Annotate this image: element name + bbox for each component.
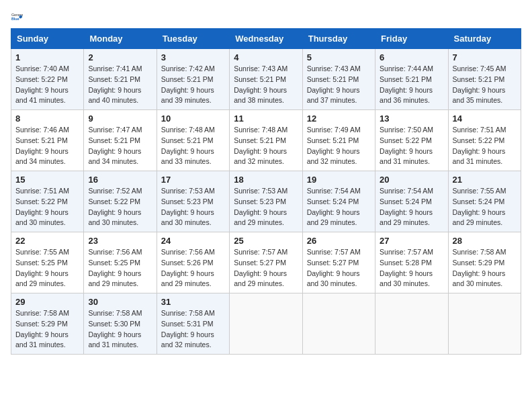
calendar-cell: 10 Sunrise: 7:48 AMSunset: 5:21 PMDaylig…	[157, 110, 229, 171]
day-number: 21	[453, 175, 517, 185]
calendar-week-row: 29 Sunrise: 7:58 AMSunset: 5:29 PMDaylig…	[11, 293, 521, 355]
day-number: 29	[15, 297, 79, 307]
day-info: Sunrise: 7:54 AMSunset: 5:24 PMDaylight:…	[307, 187, 361, 226]
day-info: Sunrise: 7:58 AMSunset: 5:29 PMDaylight:…	[453, 248, 506, 287]
day-info: Sunrise: 7:58 AMSunset: 5:30 PMDaylight:…	[88, 309, 142, 349]
calendar-week-row: 15 Sunrise: 7:51 AMSunset: 5:22 PMDaylig…	[11, 171, 521, 232]
day-info: Sunrise: 7:56 AMSunset: 5:25 PMDaylight:…	[88, 248, 142, 287]
calendar-cell: 9 Sunrise: 7:47 AMSunset: 5:21 PMDayligh…	[84, 110, 157, 171]
day-info: Sunrise: 7:55 AMSunset: 5:24 PMDaylight:…	[453, 187, 506, 226]
calendar-cell: 17 Sunrise: 7:53 AMSunset: 5:23 PMDaylig…	[157, 171, 229, 232]
day-number: 24	[161, 236, 225, 246]
day-number: 15	[15, 175, 79, 185]
day-info: Sunrise: 7:57 AMSunset: 5:28 PMDaylight:…	[380, 248, 433, 287]
day-number: 27	[380, 236, 443, 246]
calendar-cell	[302, 293, 375, 355]
day-number: 12	[307, 113, 371, 124]
calendar-cell: 31 Sunrise: 7:58 AMSunset: 5:31 PMDaylig…	[157, 293, 229, 355]
header-monday: Monday	[84, 29, 157, 49]
day-info: Sunrise: 7:58 AMSunset: 5:29 PMDaylight:…	[15, 309, 69, 349]
day-number: 8	[15, 113, 79, 124]
day-number: 19	[307, 175, 371, 185]
calendar-cell: 6 Sunrise: 7:44 AMSunset: 5:21 PMDayligh…	[375, 49, 448, 110]
calendar-cell: 21 Sunrise: 7:55 AMSunset: 5:24 PMDaylig…	[448, 171, 521, 232]
day-info: Sunrise: 7:53 AMSunset: 5:23 PMDaylight:…	[234, 187, 287, 226]
calendar-cell: 5 Sunrise: 7:43 AMSunset: 5:21 PMDayligh…	[302, 49, 375, 110]
calendar-cell: 7 Sunrise: 7:45 AMSunset: 5:21 PMDayligh…	[448, 49, 521, 110]
day-info: Sunrise: 7:51 AMSunset: 5:22 PMDaylight:…	[453, 126, 506, 165]
calendar-cell: 12 Sunrise: 7:49 AMSunset: 5:21 PMDaylig…	[302, 110, 375, 171]
calendar-header-row: SundayMondayTuesdayWednesdayThursdayFrid…	[11, 29, 521, 49]
calendar-week-row: 8 Sunrise: 7:46 AMSunset: 5:21 PMDayligh…	[11, 110, 521, 171]
day-info: Sunrise: 7:48 AMSunset: 5:21 PMDaylight:…	[161, 126, 215, 165]
day-info: Sunrise: 7:41 AMSunset: 5:21 PMDaylight:…	[88, 64, 142, 104]
calendar-cell	[448, 293, 521, 355]
header-thursday: Thursday	[302, 29, 375, 49]
day-number: 1	[15, 52, 79, 62]
calendar-cell: 11 Sunrise: 7:48 AMSunset: 5:21 PMDaylig…	[230, 110, 302, 171]
day-info: Sunrise: 7:40 AMSunset: 5:22 PMDaylight:…	[15, 64, 69, 104]
day-number: 23	[88, 236, 152, 246]
calendar-cell: 13 Sunrise: 7:50 AMSunset: 5:22 PMDaylig…	[375, 110, 448, 171]
day-info: Sunrise: 7:57 AMSunset: 5:27 PMDaylight:…	[234, 248, 287, 287]
calendar-cell	[230, 293, 302, 355]
day-number: 6	[380, 52, 443, 62]
day-info: Sunrise: 7:46 AMSunset: 5:21 PMDaylight:…	[15, 126, 69, 165]
day-number: 30	[88, 297, 152, 307]
calendar-week-row: 1 Sunrise: 7:40 AMSunset: 5:22 PMDayligh…	[11, 49, 521, 110]
day-number: 20	[380, 175, 443, 185]
day-info: Sunrise: 7:56 AMSunset: 5:26 PMDaylight:…	[161, 248, 215, 287]
calendar-cell: 3 Sunrise: 7:42 AMSunset: 5:21 PMDayligh…	[157, 49, 229, 110]
calendar-cell: 20 Sunrise: 7:54 AMSunset: 5:24 PMDaylig…	[375, 171, 448, 232]
day-info: Sunrise: 7:43 AMSunset: 5:21 PMDaylight:…	[307, 64, 361, 104]
logo: General Blue	[11, 11, 24, 23]
day-info: Sunrise: 7:51 AMSunset: 5:22 PMDaylight:…	[15, 187, 69, 226]
calendar-cell: 23 Sunrise: 7:56 AMSunset: 5:25 PMDaylig…	[84, 232, 157, 293]
calendar-cell: 27 Sunrise: 7:57 AMSunset: 5:28 PMDaylig…	[375, 232, 448, 293]
calendar-cell: 24 Sunrise: 7:56 AMSunset: 5:26 PMDaylig…	[157, 232, 229, 293]
header-tuesday: Tuesday	[157, 29, 229, 49]
day-info: Sunrise: 7:43 AMSunset: 5:21 PMDaylight:…	[234, 64, 287, 104]
day-number: 2	[88, 52, 152, 62]
calendar-cell: 25 Sunrise: 7:57 AMSunset: 5:27 PMDaylig…	[230, 232, 302, 293]
day-number: 3	[161, 52, 225, 62]
header-wednesday: Wednesday	[230, 29, 302, 49]
day-number: 14	[453, 113, 517, 124]
header: General Blue	[11, 11, 521, 23]
calendar-week-row: 22 Sunrise: 7:55 AMSunset: 5:25 PMDaylig…	[11, 232, 521, 293]
day-info: Sunrise: 7:52 AMSunset: 5:22 PMDaylight:…	[88, 187, 142, 226]
calendar-cell: 19 Sunrise: 7:54 AMSunset: 5:24 PMDaylig…	[302, 171, 375, 232]
calendar-cell	[375, 293, 448, 355]
day-info: Sunrise: 7:45 AMSunset: 5:21 PMDaylight:…	[453, 64, 506, 104]
calendar-cell: 15 Sunrise: 7:51 AMSunset: 5:22 PMDaylig…	[11, 171, 84, 232]
header-saturday: Saturday	[448, 29, 521, 49]
day-number: 18	[234, 175, 298, 185]
day-number: 28	[453, 236, 517, 246]
day-info: Sunrise: 7:55 AMSunset: 5:25 PMDaylight:…	[15, 248, 69, 287]
calendar: SundayMondayTuesdayWednesdayThursdayFrid…	[11, 28, 521, 355]
day-info: Sunrise: 7:54 AMSunset: 5:24 PMDaylight:…	[380, 187, 433, 226]
day-number: 25	[234, 236, 298, 246]
day-number: 7	[453, 52, 517, 62]
day-number: 9	[88, 113, 152, 124]
day-number: 13	[380, 113, 443, 124]
calendar-cell: 22 Sunrise: 7:55 AMSunset: 5:25 PMDaylig…	[11, 232, 84, 293]
calendar-cell: 16 Sunrise: 7:52 AMSunset: 5:22 PMDaylig…	[84, 171, 157, 232]
calendar-cell: 26 Sunrise: 7:57 AMSunset: 5:27 PMDaylig…	[302, 232, 375, 293]
day-number: 4	[234, 52, 298, 62]
calendar-cell: 4 Sunrise: 7:43 AMSunset: 5:21 PMDayligh…	[230, 49, 302, 110]
day-number: 31	[161, 297, 225, 307]
day-info: Sunrise: 7:47 AMSunset: 5:21 PMDaylight:…	[88, 126, 142, 165]
day-number: 10	[161, 113, 225, 124]
calendar-cell: 18 Sunrise: 7:53 AMSunset: 5:23 PMDaylig…	[230, 171, 302, 232]
day-number: 22	[15, 236, 79, 246]
day-number: 5	[307, 52, 371, 62]
day-info: Sunrise: 7:50 AMSunset: 5:22 PMDaylight:…	[380, 126, 433, 165]
day-info: Sunrise: 7:53 AMSunset: 5:23 PMDaylight:…	[161, 187, 215, 226]
day-info: Sunrise: 7:57 AMSunset: 5:27 PMDaylight:…	[307, 248, 361, 287]
calendar-cell: 1 Sunrise: 7:40 AMSunset: 5:22 PMDayligh…	[11, 49, 84, 110]
day-info: Sunrise: 7:44 AMSunset: 5:21 PMDaylight:…	[380, 64, 433, 104]
header-sunday: Sunday	[11, 29, 84, 49]
day-number: 11	[234, 113, 298, 124]
calendar-cell: 29 Sunrise: 7:58 AMSunset: 5:29 PMDaylig…	[11, 293, 84, 355]
